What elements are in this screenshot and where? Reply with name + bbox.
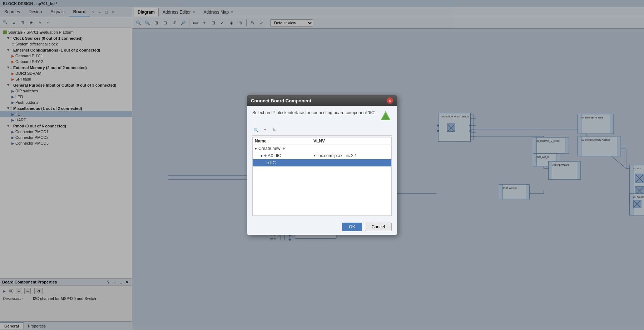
modal-body: 🔍 ≡ ⇅ Name VLNV [247,125,397,216]
modal-table: Name VLNV ▾ Create new IP [253,137,391,166]
modal-title: Connect Board Component [251,98,311,103]
table-row-axi-iic[interactable]: ▾ + AXI IIC xilinx.com:ip:axi_iic:2.1 [253,152,391,159]
modal-table-container: Name VLNV ▾ Create new IP [252,137,392,216]
axi-iic-plus-icon: + [264,153,267,158]
create-new-ip-label: Create new IP [258,146,286,151]
modal-desc-text: Select an IP block interface for connect… [252,110,376,115]
axi-iic-vlnv: xilinx.com:ip:axi_iic:2.1 [311,152,391,159]
cancel-button[interactable]: Cancel [365,223,392,231]
iic-leaf-row: ⊙ IIC [255,160,309,165]
modal-footer: OK Cancel [247,219,397,235]
axi-iic-expand[interactable]: ▾ [261,154,263,158]
modal-toolbar: 🔍 ≡ ⇅ [252,125,392,136]
iic-leaf-vlnv [311,159,391,166]
modal-table-header: Name VLNV [253,137,391,145]
modal-search-button[interactable]: 🔍 [252,126,260,134]
modal-overlay: Connect Board Component × Select an IP b… [0,0,644,330]
col-vlnv: VLNV [311,137,391,145]
axi-iic-cell: ▾ + AXI IIC [253,152,311,159]
table-row-iic-selected[interactable]: ⊙ IIC [253,159,391,166]
ok-button[interactable]: OK [342,223,362,231]
xilinx-logo [380,110,391,122]
connect-board-component-modal: Connect Board Component × Select an IP b… [247,95,397,235]
iic-leaf-cell: ⊙ IIC [253,159,311,166]
iic-leaf-label: IIC [270,160,276,165]
modal-collapse-button[interactable]: ≡ [261,126,269,134]
iic-leaf-icon: ⊙ [266,161,269,165]
axi-iic-label: AXI IIC [268,153,281,158]
create-new-expand[interactable]: ▾ [255,146,257,151]
create-new-ip-row: ▾ Create new IP [255,146,309,151]
modal-header: Connect Board Component × [247,95,397,106]
col-name: Name [253,137,311,145]
modal-expand-button[interactable]: ⇅ [270,126,278,134]
axi-iic-row: ▾ + AXI IIC [255,153,309,158]
table-row-create-new-ip[interactable]: ▾ Create new IP [253,145,391,152]
modal-description: Select an IP block interface for connect… [247,106,397,125]
create-new-ip-cell: ▾ Create new IP [253,145,311,152]
create-new-ip-vlnv [311,145,391,152]
modal-close-button[interactable]: × [387,97,393,104]
